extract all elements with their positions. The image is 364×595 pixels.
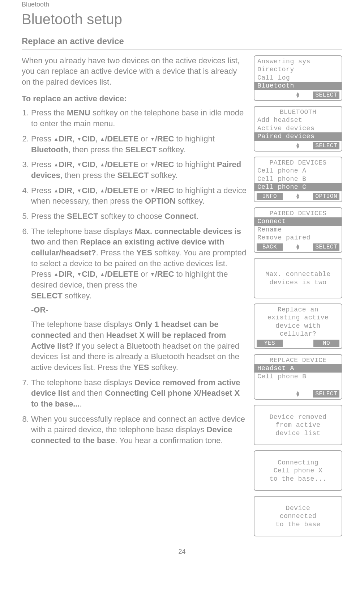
down-arrow-icon: ▼ [150, 136, 155, 143]
up-arrow-icon: ▲ [100, 136, 105, 143]
lcd-paired-devices: PAIRED DEVICES Cell phone A Cell phone B… [254, 157, 342, 202]
lcd-title: REPLACE DEVICE [254, 356, 342, 365]
softkey-back: BACK [257, 243, 283, 251]
lcd-message-line: device with [254, 322, 342, 330]
lcd-row-selected: Connect [254, 217, 342, 226]
lcd-main-menu: Answering sys Directory Call log Bluetoo… [254, 55, 342, 101]
lcd-row: Call log [254, 74, 342, 82]
page-number: 24 [22, 547, 342, 556]
step-6: The telephone base displays Max. connect… [31, 226, 247, 373]
lcd-row: Answering sys [254, 58, 342, 66]
softkey-select: SELECT [313, 243, 339, 251]
lcd-message-line: device list [254, 429, 342, 438]
down-arrow-icon: ▼ [150, 161, 155, 168]
updown-icon: ▲▼ [296, 143, 300, 149]
section-heading: Replace an active device [22, 35, 342, 50]
lcd-row-selected: Paired devices [254, 132, 342, 141]
lcd-footer: YES NO [254, 338, 342, 348]
main-content: When you already have two devices on the… [22, 55, 247, 450]
lcd-row: Remove paired [254, 234, 342, 242]
lcd-row: Cell phone B [254, 175, 342, 183]
step-3: Press ▲DIR, ▼CID, ▲/DELETE or ▼/REC to h… [31, 159, 247, 180]
lcd-footer: ▲▼ SELECT [254, 141, 342, 150]
step-6-alt: The telephone base displays Only 1 heads… [31, 319, 247, 373]
lcd-row: Cell phone A [254, 167, 342, 175]
lcd-row: Active devices [254, 124, 342, 133]
breadcrumb: Bluetooth [22, 0, 342, 9]
procedure-heading: To replace an active device: [22, 93, 247, 104]
up-arrow-icon: ▲ [53, 187, 59, 194]
lcd-message-line: existing active [254, 314, 342, 322]
up-arrow-icon: ▲ [100, 271, 105, 278]
updown-icon: ▲▼ [296, 194, 300, 199]
lcd-message-line: Device [254, 504, 342, 513]
down-arrow-icon: ▼ [150, 187, 155, 194]
lcd-row: Cell phone B [254, 373, 342, 381]
softkey-info: INFO [257, 193, 283, 200]
updown-icon: ▲▼ [296, 244, 300, 250]
down-arrow-icon: ▼ [77, 161, 82, 168]
lcd-footer: ▲▼ SELECT [254, 389, 342, 398]
lcd-footer: BACK ▲▼ SELECT [254, 242, 342, 251]
softkey-select: SELECT [313, 142, 339, 149]
softkey-select: SELECT [313, 390, 339, 398]
lcd-message-line: Replace an [254, 306, 342, 314]
or-divider: -OR- [31, 305, 247, 315]
softkey-option: OPTION [313, 193, 339, 200]
lcd-message-line: Max. connectable [254, 270, 342, 279]
softkey-yes: YES [257, 340, 283, 347]
lcd-row: Rename [254, 226, 342, 234]
lcd-max-connectable: Max. connectable devices is two [254, 258, 342, 298]
menu-key: MENU [67, 108, 90, 117]
lcd-message-line: to the base [254, 520, 342, 529]
lcd-title: PAIRED DEVICES [254, 209, 342, 218]
down-arrow-icon: ▼ [150, 271, 155, 278]
procedure-list: Press the MENU softkey on the telephone … [22, 107, 247, 446]
up-arrow-icon: ▲ [53, 271, 59, 278]
lcd-row: Add headset [254, 116, 342, 124]
up-arrow-icon: ▲ [53, 161, 59, 168]
lcd-replace-prompt: Replace an existing active device with c… [254, 303, 342, 349]
lcd-replace-device: REPLACE DEVICE Headset A Cell phone B ▲▼… [254, 354, 342, 400]
lcd-row [254, 381, 342, 389]
intro-text: When you already have two devices on the… [22, 55, 247, 88]
up-arrow-icon: ▲ [53, 136, 59, 143]
step-8: When you successfully replace and connec… [31, 414, 247, 446]
lcd-title: PAIRED DEVICES [254, 159, 342, 167]
step-5: Press the SELECT softkey to choose Conne… [31, 211, 247, 222]
softkey-no: NO [313, 340, 339, 347]
lcd-message-line: to the base... [254, 475, 342, 483]
lcd-paired-options: PAIRED DEVICES Connect Rename Remove pai… [254, 207, 342, 253]
up-arrow-icon: ▲ [100, 187, 105, 194]
step-4: Press ▲DIR, ▼CID, ▲/DELETE or ▼/REC to h… [31, 185, 247, 207]
lcd-row-selected: Headset A [254, 364, 342, 373]
lcd-device-removed: Device removed from active device list [254, 405, 342, 445]
step-2: Press ▲DIR, ▼CID, ▲/DELETE or ▼/REC to h… [31, 133, 247, 155]
updown-icon: ▲▼ [296, 391, 300, 397]
lcd-footer: ▲▼ SELECT [254, 90, 342, 99]
lcd-connecting: Connecting Cell phone X to the base... [254, 450, 342, 491]
lcd-message-line: connected [254, 512, 342, 520]
up-arrow-icon: ▲ [100, 161, 105, 168]
updown-icon: ▲▼ [296, 92, 300, 98]
softkey-select: SELECT [313, 92, 339, 99]
down-arrow-icon: ▼ [77, 136, 82, 143]
lcd-message-line: Cell phone X [254, 467, 342, 475]
lcd-footer: INFO ▲▼ OPTION [254, 191, 342, 201]
step-7: The telephone base displays Device remov… [31, 377, 247, 409]
page-title: Bluetooth setup [22, 9, 342, 29]
lcd-row-selected: Cell phone C [254, 183, 342, 191]
lcd-device-connected: Device connected to the base [254, 496, 342, 536]
lcd-row: Directory [254, 65, 342, 74]
lcd-row-selected: Bluetooth [254, 82, 342, 90]
lcd-message-line: cellular? [254, 330, 342, 338]
lcd-title: BLUETOOTH [254, 108, 342, 116]
lcd-message-line: from active [254, 421, 342, 429]
lcd-message-line: devices is two [254, 279, 342, 287]
down-arrow-icon: ▼ [77, 187, 82, 194]
down-arrow-icon: ▼ [77, 271, 82, 278]
lcd-message-line: Device removed [254, 413, 342, 421]
lcd-screen-column: Answering sys Directory Call log Bluetoo… [254, 55, 342, 536]
lcd-bluetooth-menu: BLUETOOTH Add headset Active devices Pai… [254, 106, 342, 152]
lcd-message-line: Connecting [254, 459, 342, 467]
